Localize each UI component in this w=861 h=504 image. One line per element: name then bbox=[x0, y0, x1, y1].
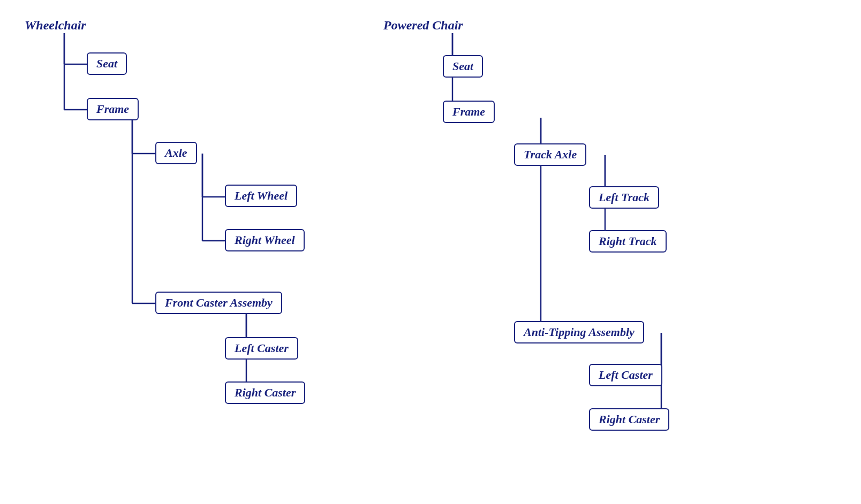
tree2-frame: Frame bbox=[443, 101, 495, 123]
tree1-left-wheel: Left Wheel bbox=[225, 185, 297, 207]
tree1-right-caster: Right Caster bbox=[225, 381, 305, 404]
tree1-left-caster: Left Caster bbox=[225, 337, 298, 360]
diagram: Wheelchair Seat Frame Axle Left Wheel Ri… bbox=[0, 0, 861, 504]
connector-lines bbox=[0, 0, 861, 504]
tree2-right-caster: Right Caster bbox=[589, 408, 669, 431]
tree1-frame: Frame bbox=[87, 98, 139, 120]
tree2-left-caster: Left Caster bbox=[589, 364, 662, 386]
tree2-right-track: Right Track bbox=[589, 230, 667, 253]
tree1-front-caster: Front Caster Assemby bbox=[155, 292, 282, 314]
tree2-track-axle: Track Axle bbox=[514, 143, 586, 166]
tree2-seat: Seat bbox=[443, 55, 483, 78]
tree2-root: Powered Chair bbox=[375, 15, 472, 36]
tree1-right-wheel: Right Wheel bbox=[225, 229, 305, 251]
tree2-anti-tipping: Anti-Tipping Assembly bbox=[514, 321, 644, 343]
tree1-axle: Axle bbox=[155, 142, 197, 164]
tree1-root: Wheelchair bbox=[16, 15, 95, 36]
tree1-seat: Seat bbox=[87, 52, 127, 75]
tree2-left-track: Left Track bbox=[589, 186, 659, 209]
